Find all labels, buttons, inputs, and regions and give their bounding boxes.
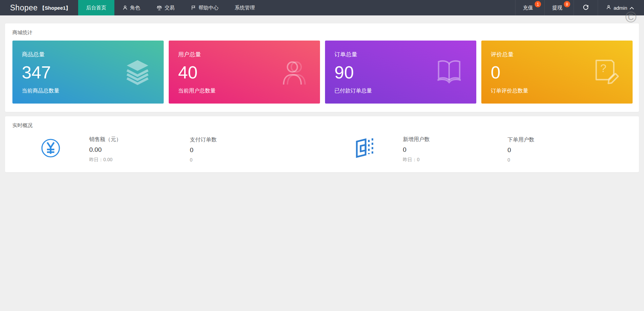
chevron-up-icon xyxy=(630,5,634,11)
brand-shop-name: 【Shopee1】 xyxy=(40,4,71,11)
mall-statistics-title: 商城统计 xyxy=(12,29,633,36)
stat-sales: 销售额（元） 0.00 昨日：0.00 xyxy=(89,135,190,163)
mall-statistics-panel: 商城统计 商品总量 347 当前商品总数量 用户总量 40 当前用户总数量 xyxy=(5,23,639,112)
stat-value: 0.00 xyxy=(89,146,190,153)
nav-item-label: 后台首页 xyxy=(86,5,106,11)
stat-card-desc: 当前商品总数量 xyxy=(22,87,154,95)
stat-label: 销售额（元） xyxy=(89,136,190,143)
open-book-icon xyxy=(435,58,464,86)
stat-value: 0 xyxy=(403,146,507,153)
nav-item-help-center[interactable]: 帮助中心 xyxy=(183,0,227,15)
stat-paid-orders: 支付订单数 0 0 xyxy=(190,135,354,163)
yuan-circle-icon xyxy=(41,138,61,160)
recharge-badge: 1 xyxy=(535,1,541,7)
layers-icon xyxy=(124,58,151,86)
stat-yesterday: 0 xyxy=(507,157,633,163)
stat-card-desc: 当前用户总数量 xyxy=(178,87,311,95)
stat-label: 支付订单数 xyxy=(190,136,354,143)
nav-item-dashboard[interactable]: 后台首页 xyxy=(78,0,114,15)
recharge-label: 充值 xyxy=(523,5,533,11)
stat-card-label: 订单总量 xyxy=(334,51,467,58)
withdraw-badge: 8 xyxy=(564,1,570,7)
navbar-actions: 充值 1 提现 8 admin xyxy=(515,0,644,15)
stat-new-users: 新增用户数 0 昨日：0 xyxy=(403,135,507,163)
stat-yesterday: 昨日：0 xyxy=(403,157,507,163)
stat-card-orders: 订单总量 90 已付款订单总量 xyxy=(325,41,476,104)
question-doc-pencil-icon: ? xyxy=(592,58,620,86)
stat-card-label: 商品总量 xyxy=(22,51,154,58)
stat-label: 下单用户数 xyxy=(507,136,633,143)
nav-item-label: 帮助中心 xyxy=(199,5,219,11)
withdraw-button[interactable]: 提现 8 xyxy=(544,0,574,15)
realtime-stats-row: 销售额（元） 0.00 昨日：0.00 支付订单数 0 0 新增用户数 0 昨日… xyxy=(12,135,633,163)
recharge-button[interactable]: 充值 1 xyxy=(515,0,544,15)
stat-cards-row: 商品总量 347 当前商品总数量 用户总量 40 当前用户总数量 xyxy=(12,41,633,104)
stat-card-desc: 已付款订单总量 xyxy=(334,87,467,95)
refresh-button[interactable] xyxy=(574,0,598,15)
nav-item-label: 交易 xyxy=(165,5,175,11)
flag-icon xyxy=(191,5,196,10)
admin-username: admin xyxy=(613,5,627,11)
building-door-icon xyxy=(354,137,374,161)
person-icon xyxy=(280,57,307,87)
top-navbar: Shopee 【Shopee1】 后台首页 角色 交易 xyxy=(0,0,644,15)
stat-yesterday: 0 xyxy=(190,157,354,163)
brand-logo[interactable]: Shopee 【Shopee1】 xyxy=(0,0,78,15)
nav-item-trade[interactable]: 交易 xyxy=(148,0,183,15)
stat-label: 新增用户数 xyxy=(403,136,507,143)
stat-value: 0 xyxy=(507,146,633,154)
nav-item-roles[interactable]: 角色 xyxy=(114,0,148,15)
admin-user-icon xyxy=(606,5,611,11)
refresh-icon xyxy=(583,4,589,11)
stat-card-users: 用户总量 40 当前用户总数量 xyxy=(169,41,320,104)
nav-item-system-settings[interactable]: 系统管理 xyxy=(227,0,263,15)
scale-icon xyxy=(156,5,162,10)
stat-card-products: 商品总量 347 当前商品总数量 xyxy=(12,41,164,104)
realtime-overview-title: 实时概况 xyxy=(12,122,633,129)
stat-card-desc: 订单评价总数量 xyxy=(491,87,623,95)
stat-card-reviews: 评价总量 0 订单评价总数量 ? xyxy=(481,41,633,104)
stat-value: 0 xyxy=(190,146,354,154)
withdraw-label: 提现 xyxy=(552,5,562,11)
nav-item-label: 系统管理 xyxy=(235,5,255,11)
stat-yesterday: 昨日：0.00 xyxy=(89,157,190,163)
user-icon xyxy=(122,5,128,10)
stat-card-label: 评价总量 xyxy=(491,51,623,58)
main-menu: 后台首页 角色 交易 帮 xyxy=(78,0,263,15)
svg-text:?: ? xyxy=(600,62,606,74)
admin-user-menu[interactable]: admin xyxy=(598,0,644,15)
stat-ordering-users: 下单用户数 0 0 xyxy=(507,135,633,163)
nav-item-label: 角色 xyxy=(130,5,140,11)
brand-name: Shopee xyxy=(10,3,38,12)
realtime-overview-panel: 实时概况 销售额（元） 0.00 昨日：0.00 支付订单数 0 0 xyxy=(5,116,639,172)
